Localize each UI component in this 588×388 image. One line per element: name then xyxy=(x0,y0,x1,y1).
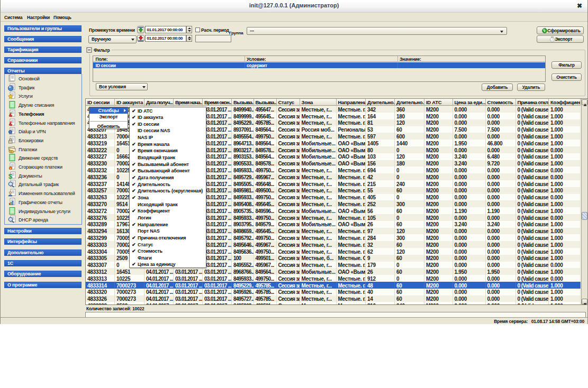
svg-text:$: $ xyxy=(8,172,13,180)
